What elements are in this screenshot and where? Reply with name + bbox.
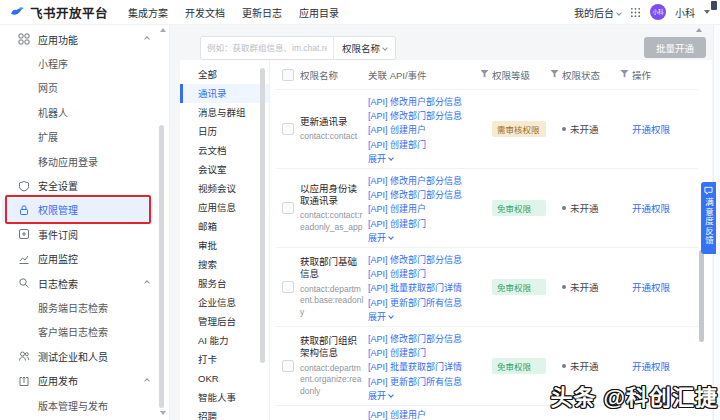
lock-icon [18, 204, 30, 216]
status-cell: 未开通 [562, 280, 616, 294]
api-link[interactable]: [API] 创建部门 [368, 138, 484, 152]
sidebar-item-server-log-search[interactable]: 服务端日志检索 [2, 295, 153, 319]
sidebar-item-permission-management[interactable]: 权限管理 [2, 198, 153, 222]
expand-link[interactable]: 展开 [368, 152, 484, 166]
category-item-app-info[interactable]: 应用信息 [180, 198, 269, 217]
category-item-contacts[interactable]: 通讯录 [180, 84, 269, 103]
nav-item-changelog[interactable]: 更新日志 [242, 5, 282, 20]
sidebar-item-test-org-users[interactable]: 测试企业和人员 [2, 344, 153, 368]
user-name[interactable]: 小科 [675, 5, 695, 20]
search-input[interactable] [201, 43, 333, 53]
category-item-ai[interactable]: AI 能力 [180, 331, 269, 350]
sidebar-item-app-features[interactable]: 应用功能 [2, 27, 153, 51]
api-link[interactable]: [API] 批量获取部门详情 [368, 360, 484, 374]
expand-link[interactable]: 展开 [368, 389, 484, 403]
expand-link[interactable]: 展开 [368, 310, 484, 324]
filter-icon[interactable] [620, 69, 629, 80]
sidebar-item-log-search[interactable]: 日志检索 [2, 271, 153, 295]
sidebar-item-web[interactable]: 网页 [2, 76, 153, 100]
feedback-tab[interactable]: 满意度反馈 [701, 182, 716, 254]
api-link[interactable]: [API] 修改部门部分信息 [368, 109, 484, 123]
status-cell: 未开通 [562, 359, 616, 373]
api-link[interactable]: [API] 修改部门部分信息 [368, 332, 484, 346]
category-item-search[interactable]: 搜索 [180, 255, 269, 274]
category-item-okr[interactable]: OKR [180, 369, 269, 388]
open-permission-link[interactable]: 开通权限 [632, 359, 670, 373]
category-item-attendance[interactable]: 打卡 [180, 350, 269, 369]
api-link[interactable]: [API] 修改部门部分信息 [368, 253, 484, 267]
sidebar-item-app-monitoring[interactable]: 应用监控 [2, 247, 153, 271]
permission-table: 权限名称 关联 API/事件 权限等级 权限状态 操作 更新通讯录 contac… [276, 60, 698, 420]
apps-grid-icon[interactable] [630, 7, 641, 18]
caret-down-icon[interactable] [704, 10, 710, 14]
api-link[interactable]: [API] 更新部门所有信息 [368, 375, 484, 389]
row-checkbox[interactable] [282, 202, 294, 214]
search-type-select[interactable]: 权限名称 [333, 37, 395, 59]
api-list: [API] 修改部门部分信息 [API] 创建部门 [API] 批量获取部门详情… [368, 332, 484, 403]
category-item-approval[interactable]: 审批 [180, 236, 269, 255]
nav-right: 我的后台 小科 小科 [574, 4, 710, 20]
open-permission-link[interactable]: 开通权限 [632, 280, 670, 294]
sidebar-item-version-release[interactable]: 版本管理与发布 [2, 393, 153, 417]
sidebar-item-mini-program[interactable]: 小程序 [2, 51, 153, 75]
people-icon [18, 350, 30, 362]
sidebar-item-security-settings[interactable]: 安全设置 [2, 173, 153, 197]
my-backend-dropdown[interactable]: 我的后台 [574, 5, 621, 20]
category-item-recruiting[interactable]: 招聘 [180, 407, 269, 420]
bulk-open-button[interactable]: 批量开通 [644, 37, 706, 58]
expand-link[interactable]: 展开 [368, 231, 484, 245]
avatar[interactable]: 小科 [650, 4, 666, 20]
category-item-hr[interactable]: 智能人事 [180, 388, 269, 407]
sidebar-scrollbar-thumb[interactable] [159, 125, 164, 408]
category-item-company-info[interactable]: 企业信息 [180, 293, 269, 312]
sidebar-item-app-release[interactable]: 应用发布 [2, 368, 153, 392]
level-badge: 免审权限 [492, 279, 546, 295]
content-scrollbar-thumb[interactable] [699, 250, 704, 342]
open-permission-link[interactable]: 开通权限 [632, 201, 670, 215]
scrollbar-up-arrow[interactable] [160, 28, 166, 32]
nav-item-integration[interactable]: 集成方案 [128, 5, 168, 20]
scrollbar-up-arrow[interactable] [696, 28, 702, 32]
api-link[interactable]: [API] 修改用户部分信息 [368, 174, 484, 188]
logo[interactable]: 飞书开放平台 [10, 3, 108, 22]
select-all-checkbox[interactable] [282, 69, 294, 81]
category-scrollbar-thumb[interactable] [260, 68, 265, 363]
category-item-docs[interactable]: 云文档 [180, 141, 269, 160]
category-item-video-meetings[interactable]: 视频会议 [180, 179, 269, 198]
filter-icon[interactable] [480, 69, 489, 80]
filter-icon[interactable] [550, 69, 559, 80]
api-link[interactable]: [API] 创建部门 [368, 346, 484, 360]
category-item-meeting-rooms[interactable]: 会议室 [180, 160, 269, 179]
nav-item-app-directory[interactable]: 应用目录 [299, 5, 339, 20]
sidebar-item-mobile-login[interactable]: 移动应用登录 [2, 149, 153, 173]
sidebar-item-extension[interactable]: 扩展 [2, 125, 153, 149]
open-permission-link[interactable]: 开通权限 [632, 122, 670, 136]
scrollbar-down-arrow[interactable] [160, 411, 166, 415]
api-link[interactable]: [API] 创建部门 [368, 267, 484, 281]
category-item-admin[interactable]: 管理后台 [180, 312, 269, 331]
level-badge: 免审权限 [492, 200, 546, 216]
category-item-helpdesk[interactable]: 服务台 [180, 274, 269, 293]
sidebar-item-bot[interactable]: 机器人 [2, 100, 153, 124]
shield-icon [18, 180, 30, 192]
api-link[interactable]: [API] 批量获取部门详情 [368, 281, 484, 295]
api-link[interactable]: [API] 创建部门 [368, 217, 484, 231]
api-link[interactable]: [API] 修改用户部分信息 [368, 95, 484, 109]
api-link[interactable]: [API] 创建用户 [368, 123, 484, 137]
api-link[interactable]: [API] 创建用户 [368, 408, 484, 420]
sidebar-item-event-subscription[interactable]: 事件订阅 [2, 222, 153, 246]
row-checkbox[interactable] [282, 123, 294, 135]
category-item-calendar[interactable]: 日历 [180, 122, 269, 141]
category-item-messages[interactable]: 消息与群组 [180, 103, 269, 122]
category-item-mail[interactable]: 邮箱 [180, 217, 269, 236]
api-link[interactable]: [API] 更新部门所有信息 [368, 296, 484, 310]
category-item-all[interactable]: 全部 [180, 65, 269, 84]
release-icon [18, 375, 30, 387]
api-link[interactable]: [API] 创建用户 [368, 202, 484, 216]
sidebar-item-client-log-search[interactable]: 客户端日志检索 [2, 320, 153, 344]
row-checkbox[interactable] [282, 360, 294, 372]
row-checkbox[interactable] [282, 281, 294, 293]
nav-item-docs[interactable]: 开发文档 [185, 5, 225, 20]
nav-menu: 集成方案 开发文档 更新日志 应用目录 [128, 5, 339, 20]
api-link[interactable]: [API] 修改部门部分信息 [368, 188, 484, 202]
